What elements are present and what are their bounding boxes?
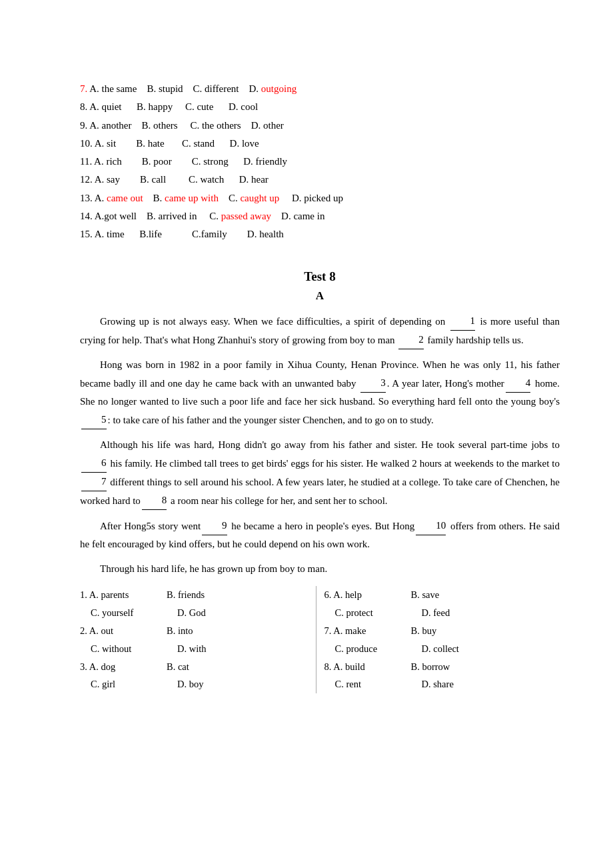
blank-1: 1 (450, 312, 476, 331)
ans-2-d: D. with (177, 640, 264, 658)
ans-row-7b: C. produce D. collect (324, 640, 560, 658)
q12-text: 12. A. say B. call C. watch D. hear (80, 174, 269, 185)
q13-a: came out (107, 193, 143, 203)
blank-8: 8 (142, 491, 167, 510)
para1: Growing up is not always easy. When we f… (80, 312, 560, 349)
section-a-label: A (80, 289, 560, 303)
blank-4: 4 (506, 374, 531, 393)
q7-a: A. the same B. stupid C. different D. (89, 83, 261, 94)
blank-2: 2 (398, 331, 424, 349)
q14-c: passed away (221, 211, 271, 221)
ans-8-label: 8. A. build (324, 658, 411, 676)
q14-num: 14. A.got well B. arrived in C. (80, 211, 221, 221)
para3: Although his life was hard, Hong didn't … (80, 436, 560, 510)
blank-3: 3 (360, 374, 386, 393)
q13-b: came up with (165, 193, 219, 203)
ans-3-d: D. boy (177, 675, 264, 693)
question-15: 15. A. time B.life C.family D. health (80, 225, 560, 243)
q13-space1: B. (143, 193, 165, 203)
q13-num: 13. A. (80, 193, 107, 203)
q11-text: 11. A. rich B. poor C. strong D. friendl… (80, 156, 287, 167)
ans-row-8: 8. A. build B. borrow (324, 658, 560, 676)
para2: Hong was born in 1982 in a poor family i… (80, 356, 560, 429)
blank-6: 6 (81, 454, 107, 473)
q13-c: caught up (240, 193, 279, 203)
passage-text: Growing up is not always easy. When we f… (80, 312, 560, 578)
q13-space2: C. (219, 193, 241, 203)
ans-row-7: 7. A. make B. buy (324, 622, 560, 640)
ans-8-c: C. rent (335, 675, 422, 693)
q7-num: 7. (80, 83, 87, 94)
test8-title: Test 8 (80, 269, 560, 284)
ans-7-d: D. collect (422, 640, 508, 658)
question-9: 9. A. another B. others C. the others D.… (80, 117, 560, 134)
q8-text: 8. A. quiet B. happy C. cute D. cool (80, 101, 258, 112)
q13-space3: D. picked up (279, 193, 343, 203)
ans-6-label: 6. A. help (324, 586, 411, 604)
ans-row-3b: C. girl D. boy (80, 675, 316, 693)
q10-text: 10. A. sit B. hate C. stand D. love (80, 138, 259, 149)
ans-1-label: 1. A. parents (80, 586, 167, 604)
ans-1-b: B. friends (167, 586, 253, 604)
question-7: 7. A. the same B. stupid C. different D.… (80, 80, 560, 97)
ans-3-c: C. girl (91, 675, 177, 693)
q15-text: 15. A. time B.life C.family D. health (80, 229, 284, 239)
blank-10: 10 (416, 517, 446, 535)
answer-right-col: 6. A. help B. save C. protect D. feed 7.… (316, 586, 560, 693)
ans-3-label: 3. A. dog (80, 658, 167, 676)
ans-2-c: C. without (91, 640, 177, 658)
blank-7: 7 (81, 473, 107, 491)
ans-row-6: 6. A. help B. save (324, 586, 560, 604)
ans-2-label: 2. A. out (80, 622, 167, 640)
ans-1-d: D. God (177, 604, 264, 622)
ans-row-1b: C. yourself D. God (80, 604, 316, 622)
ans-8-d: D. share (422, 675, 508, 693)
ans-6-b: B. save (411, 586, 498, 604)
question-10: 10. A. sit B. hate C. stand D. love (80, 135, 560, 152)
ans-3-b: B. cat (167, 658, 253, 676)
ans-7-b: B. buy (411, 622, 498, 640)
answer-left-col: 1. A. parents B. friends C. yourself D. … (80, 586, 316, 693)
ans-row-2: 2. A. out B. into (80, 622, 316, 640)
answer-grid: 1. A. parents B. friends C. yourself D. … (80, 586, 560, 693)
question-8: 8. A. quiet B. happy C. cute D. cool (80, 98, 560, 115)
q9-text: 9. A. another B. others C. the others D.… (80, 120, 284, 131)
ans-6-c: C. protect (335, 604, 422, 622)
ans-8-b: B. borrow (411, 658, 498, 676)
ans-6-d: D. feed (422, 604, 508, 622)
ans-row-8b: C. rent D. share (324, 675, 560, 693)
para4: After Hong5s story went9 he became a her… (80, 517, 560, 553)
blank-9: 9 (202, 517, 227, 535)
question-12: 12. A. say B. call C. watch D. hear (80, 171, 560, 188)
ans-row-6b: C. protect D. feed (324, 604, 560, 622)
ans-row-1: 1. A. parents B. friends (80, 586, 316, 604)
ans-row-2b: C. without D. with (80, 640, 316, 658)
para5: Through his hard life, he has grown up f… (80, 560, 560, 578)
ans-row-3: 3. A. dog B. cat (80, 658, 316, 676)
blank-5: 5 (81, 411, 107, 429)
question-14: 14. A.got well B. arrived in C. passed a… (80, 207, 560, 225)
q14-d: D. came in (271, 211, 324, 221)
ans-7-label: 7. A. make (324, 622, 411, 640)
test8-header: Test 8 (80, 269, 560, 284)
ans-2-b: B. into (167, 622, 253, 640)
question-13: 13. A. came out B. came up with C. caugh… (80, 189, 560, 207)
section-top: 7. A. the same B. stupid C. different D.… (80, 80, 560, 243)
q7-d: outgoing (261, 83, 297, 94)
ans-7-c: C. produce (335, 640, 422, 658)
ans-1-c: C. yourself (91, 604, 177, 622)
question-11: 11. A. rich B. poor C. strong D. friendl… (80, 153, 560, 170)
